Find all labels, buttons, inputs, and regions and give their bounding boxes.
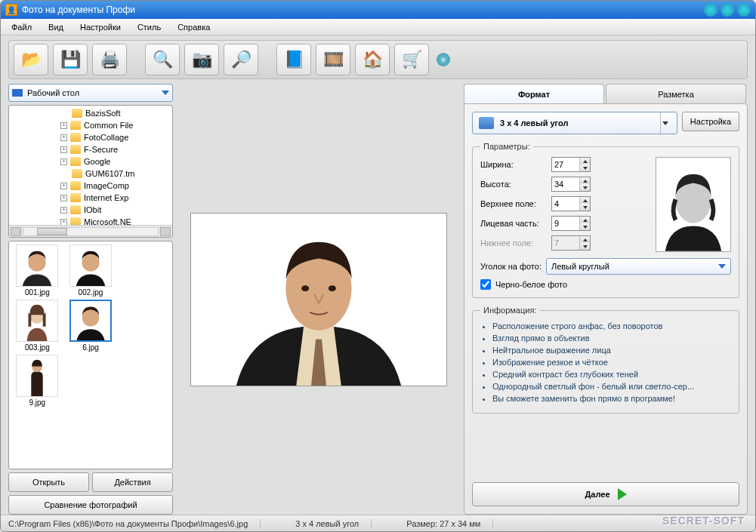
tree-item[interactable]: +Internet Exp (60, 192, 172, 204)
tree-label: Internet Exp (84, 193, 128, 202)
tree-label: BazisSoft (85, 109, 120, 118)
save-icon[interactable]: 💾 (53, 44, 88, 75)
thumbnail-item[interactable]: 6.jpg (66, 300, 116, 352)
tree-item[interactable]: BazisSoft (60, 107, 172, 119)
thumbnail-label: 003.jpg (25, 343, 50, 352)
tree-expand-icon[interactable]: + (60, 134, 67, 141)
actions-button[interactable]: Действия (92, 472, 173, 492)
print-icon[interactable]: 🖨️ (92, 44, 127, 75)
bw-label: Черно-белое фото (495, 280, 567, 289)
tree-item[interactable]: +Common File (60, 119, 172, 131)
help-book-icon[interactable]: 📘 (276, 44, 311, 75)
compare-button[interactable]: Сравнение фотографий (8, 495, 173, 515)
thumbnail-item[interactable]: 001.jpg (12, 244, 63, 297)
parameters-legend: Параметры: (480, 142, 533, 151)
folder-icon (70, 121, 81, 130)
tree-expand-icon[interactable]: + (60, 195, 67, 201)
top-margin-label: Верхнее поле: (480, 199, 548, 208)
parameters-group: Параметры: Ширина: Высота: (472, 142, 739, 298)
desktop-icon (12, 89, 23, 97)
svg-point-8 (328, 285, 335, 291)
zoom-person-icon[interactable]: 🔍 (145, 44, 180, 75)
thumbnail-item[interactable]: 9.jpg (12, 355, 63, 407)
format-settings-button[interactable]: Настройка (682, 112, 739, 131)
format-preset-combo[interactable]: 3 x 4 левый угол (472, 112, 677, 134)
width-spinner[interactable] (551, 157, 591, 172)
camera-icon[interactable]: 📷 (184, 44, 219, 75)
tree-item[interactable]: +Google (60, 155, 172, 168)
scroll-track[interactable] (23, 227, 159, 236)
bottom-margin-label: Нижнее поле: (480, 238, 548, 248)
tree-expand-icon[interactable]: + (60, 183, 67, 189)
face-part-spinner[interactable] (551, 216, 591, 231)
toolbar: 📂 💾 🖨️ 🔍 📷 🔎 📘 🎞️ 🏠 🛒 × (8, 40, 748, 79)
tree-label: Google (84, 157, 110, 166)
open-folder-icon[interactable]: 📂 (14, 44, 48, 75)
next-button[interactable]: Далее (472, 482, 739, 506)
status-path: C:\Program Files (x86)\Фото на документы… (8, 519, 261, 528)
tree-item[interactable]: +ImageComp (60, 180, 172, 192)
home-icon[interactable]: 🏠 (355, 44, 390, 75)
tree-item[interactable]: +IObit (60, 204, 172, 216)
close-toolbar-icon[interactable]: × (437, 53, 450, 66)
tree-label: GUM6107.tm (85, 169, 134, 178)
tree-label: ImageComp (84, 181, 129, 190)
folder-icon (70, 205, 81, 214)
tree-label: Microsoft.NE (84, 217, 131, 225)
folder-icon (70, 145, 81, 154)
menu-view[interactable]: Вид (45, 21, 66, 33)
maximize-button[interactable] (721, 3, 734, 17)
height-spinner[interactable] (551, 177, 591, 192)
chevron-down-icon (660, 112, 671, 134)
scroll-thumb[interactable] (37, 228, 67, 235)
face-part-label: Лицевая часть: (480, 219, 548, 228)
tree-expand-icon[interactable]: + (60, 158, 67, 165)
corner-label: Уголок на фото: (480, 262, 542, 271)
cart-icon[interactable]: 🛒 (394, 44, 429, 75)
tree-expand-icon[interactable]: + (60, 122, 67, 129)
tree-item[interactable]: +F-Secure (60, 143, 172, 155)
info-group: Информация: Расположение строго анфас, б… (472, 306, 739, 414)
scroll-right-arrow[interactable] (160, 227, 171, 236)
top-margin-spinner[interactable] (551, 196, 591, 211)
info-item: Изображение резкое и чёткое (492, 357, 731, 369)
video-icon[interactable]: 🎞️ (316, 44, 350, 75)
tree-label: Common File (84, 121, 133, 130)
tab-format[interactable]: Формат (464, 84, 604, 103)
chevron-down-icon (718, 264, 726, 269)
folder-icon (70, 157, 81, 166)
photo-format-icon (479, 117, 494, 129)
menu-settings[interactable]: Настройки (77, 21, 124, 33)
bw-checkbox[interactable] (480, 279, 491, 290)
thumbnail-image (69, 244, 112, 287)
tree-expand-icon[interactable]: + (60, 219, 67, 226)
svg-point-7 (301, 285, 309, 291)
zoom-image-icon[interactable]: 🔎 (224, 44, 258, 75)
location-combo[interactable]: Рабочий стол (8, 84, 173, 102)
tree-item[interactable]: +Microsoft.NE (60, 216, 172, 225)
tree-expand-icon[interactable]: + (60, 207, 67, 214)
info-legend: Информация: (480, 306, 539, 315)
thumbnail-item[interactable]: 003.jpg (12, 300, 63, 352)
thumbnail-label: 001.jpg (25, 288, 50, 297)
folder-tree[interactable]: BazisSoft+Common File+FotoCollage+F-Secu… (8, 105, 173, 238)
format-preset-label: 3 x 4 левый угол (500, 118, 654, 128)
corner-value: Левый круглый (551, 262, 609, 271)
tree-label: F-Secure (84, 145, 118, 154)
corner-select[interactable]: Левый круглый (546, 258, 731, 275)
scroll-left-arrow[interactable] (11, 227, 21, 236)
menu-help[interactable]: Справка (174, 21, 213, 33)
tab-markup[interactable]: Разметка (606, 84, 746, 103)
thumbnail-item[interactable]: 002.jpg (66, 244, 116, 297)
open-button[interactable]: Открыть (8, 472, 89, 492)
menu-style[interactable]: Стиль (134, 21, 164, 33)
minimize-button[interactable] (704, 3, 717, 17)
tree-item[interactable]: GUM6107.tm (60, 168, 172, 180)
titlebar: 👤 Фото на документы Профи (1, 1, 755, 19)
tree-expand-icon[interactable]: + (60, 146, 67, 153)
tree-label: FotoCollage (84, 133, 128, 142)
statusbar: C:\Program Files (x86)\Фото на документы… (1, 515, 755, 531)
menu-file[interactable]: Файл (8, 21, 35, 33)
tree-item[interactable]: +FotoCollage (60, 131, 172, 143)
close-button[interactable] (737, 3, 751, 17)
